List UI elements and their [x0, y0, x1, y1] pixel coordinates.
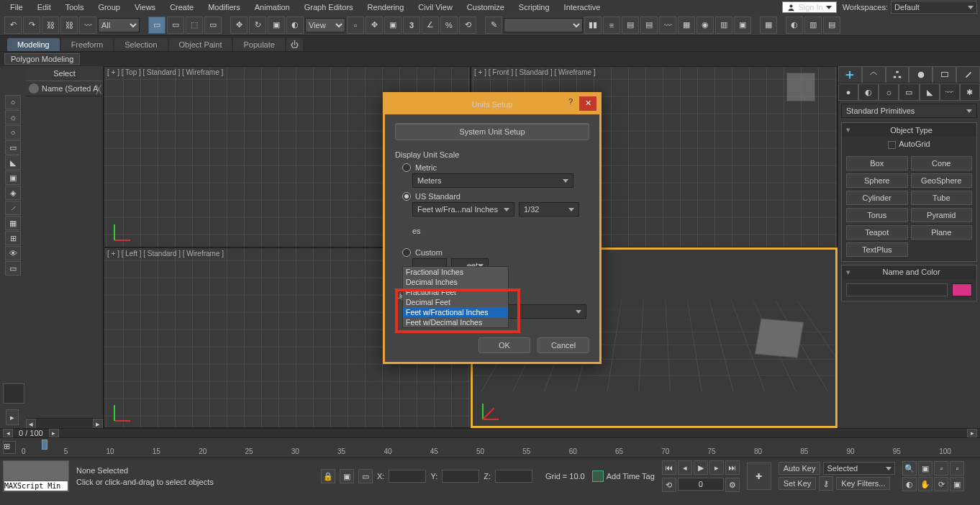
menu-scripting[interactable]: Scripting — [512, 1, 557, 13]
keyboard-shortcut-button[interactable]: ▣ — [384, 17, 401, 34]
ls-frozen-icon[interactable]: ▭ — [5, 261, 21, 276]
setkey-icon[interactable]: ⚷ — [819, 476, 833, 491]
rotate-button[interactable]: ↻ — [249, 17, 266, 34]
zoom-icon[interactable]: 🔍 — [902, 461, 917, 476]
ls-xref-icon[interactable]: ⊞ — [5, 231, 21, 245]
spacewarps-subtype-icon[interactable]: 〰 — [940, 83, 960, 101]
timeline-config-icon[interactable]: ⊞ — [3, 441, 16, 454]
display-tab[interactable] — [933, 66, 956, 83]
zoom-extents-icon[interactable]: ▫ — [934, 461, 948, 476]
timeline[interactable]: ⊞ 05101520253035404550556065707580859095… — [0, 438, 980, 458]
plane-button[interactable]: Plane — [911, 225, 973, 240]
x-input[interactable] — [389, 470, 426, 483]
ref-coord-dropdown[interactable]: View — [305, 18, 345, 32]
manipulate-button[interactable]: ✥ — [366, 17, 383, 34]
ls-sphere-icon[interactable]: ○ — [5, 95, 21, 109]
object-name-input[interactable] — [846, 283, 948, 296]
bind-button[interactable]: 〰 — [79, 17, 96, 34]
ribbon-tab-populate[interactable]: Populate — [233, 38, 284, 51]
menu-civilview[interactable]: Civil View — [411, 1, 459, 13]
scene-scroll-track[interactable] — [36, 419, 93, 428]
next-frame-icon[interactable]: ▸ — [709, 460, 724, 475]
material-editor-button[interactable]: ◉ — [697, 17, 714, 34]
maxscript-listener[interactable] — [3, 460, 69, 492]
ls-shape-icon[interactable]: ◈ — [5, 186, 21, 200]
hscroll-right-icon[interactable]: ▸ — [49, 429, 59, 437]
schematic-button[interactable]: ▦ — [678, 17, 695, 34]
menu-group[interactable]: Group — [91, 1, 127, 13]
isolate-icon[interactable]: ▣ — [340, 469, 354, 483]
render-setup-button[interactable]: ▥ — [715, 17, 732, 34]
utilities-tab[interactable] — [956, 66, 980, 83]
select-region-button[interactable]: ⬚ — [186, 17, 203, 34]
dialog-close-icon[interactable]: ✕ — [579, 96, 596, 111]
key-filter-dropdown[interactable]: Selected — [823, 462, 895, 475]
lock-selection-icon[interactable]: 🔒 — [321, 469, 335, 483]
named-sets-button[interactable]: ✎ — [485, 17, 502, 34]
scene-scroll-left-icon[interactable]: ◂ — [26, 419, 36, 429]
menu-tools[interactable]: Tools — [58, 1, 91, 13]
y-input[interactable] — [442, 470, 479, 483]
render-gallery-button[interactable]: ▥ — [804, 17, 822, 34]
ribbon-tab-freeform[interactable]: Freeform — [61, 38, 114, 51]
named-sets-dropdown[interactable] — [504, 18, 583, 32]
cylinder-button[interactable]: Cylinder — [846, 191, 908, 205]
menu-file[interactable]: File — [3, 1, 30, 13]
orbit-icon[interactable]: ⟳ — [934, 477, 948, 491]
current-frame-input[interactable]: 0 — [678, 478, 724, 491]
hscroll-rightend-icon[interactable]: ▸ — [967, 429, 977, 437]
lights-subtype-icon[interactable]: ☼ — [879, 83, 899, 101]
dialog-titlebar[interactable]: Units Setup ? ✕ — [385, 94, 599, 114]
autokey-button[interactable]: Auto Key — [779, 462, 821, 475]
scene-scroll-right-icon[interactable]: ▸ — [93, 419, 103, 429]
set-key-big-icon[interactable]: ✚ — [747, 463, 771, 490]
timetag-icon[interactable] — [592, 470, 604, 482]
textplus-button[interactable]: TextPlus — [846, 242, 908, 257]
geosphere-button[interactable]: GeoSphere — [911, 173, 973, 188]
link-button[interactable]: ⛓ — [42, 17, 59, 34]
viewport-left-label[interactable]: [ + ] [ Left ] [ Standard ] [ Wireframe … — [107, 250, 224, 258]
us-fraction-dropdown[interactable]: 1/32 — [519, 202, 579, 217]
render-button[interactable]: ▦ — [760, 17, 777, 34]
cameras-subtype-icon[interactable]: ▭ — [899, 83, 919, 101]
metric-radio[interactable] — [402, 163, 411, 172]
select-object-button[interactable]: ▭ — [148, 17, 165, 34]
ls-light-icon[interactable]: ☼ — [5, 110, 21, 124]
create-tab[interactable] — [838, 66, 862, 83]
prev-frame-icon[interactable]: ◂ — [678, 460, 692, 475]
ribbon-tab-toggle[interactable]: ⏻ — [286, 38, 303, 51]
scale-button[interactable]: ▣ — [268, 17, 285, 34]
percent-snap-button[interactable]: % — [440, 17, 458, 34]
workspaces-dropdown[interactable]: Default — [891, 1, 977, 14]
layers-button[interactable]: ▤ — [622, 17, 639, 34]
unlink-button[interactable]: ⛓ — [60, 17, 78, 34]
category-dropdown[interactable]: Standard Primitives — [841, 104, 977, 118]
play-icon[interactable]: ▶ — [694, 460, 708, 475]
timetag-label[interactable]: Add Time Tag — [607, 472, 655, 481]
scene-explorer-toggle-icon[interactable]: ╳ — [96, 85, 101, 94]
hierarchy-tab[interactable] — [886, 66, 909, 83]
cancel-button[interactable]: Cancel — [537, 337, 589, 353]
dropdown-option[interactable]: Decimal Feet — [403, 297, 508, 307]
undo-button[interactable]: ↶ — [4, 17, 22, 34]
render-online-button[interactable]: ◐ — [786, 17, 803, 34]
share-view-button[interactable]: ▤ — [823, 17, 840, 34]
ribbon-tab-objectpaint[interactable]: Object Paint — [169, 38, 232, 51]
cone-button[interactable]: Cone — [911, 156, 973, 170]
motion-tab[interactable] — [909, 66, 933, 83]
us-standard-radio[interactable] — [402, 192, 411, 201]
menu-edit[interactable]: Edit — [30, 1, 58, 13]
spinner-snap-button[interactable]: ⟲ — [459, 17, 476, 34]
expand-panel-icon[interactable]: ▸ — [6, 409, 19, 425]
snap-3-button[interactable]: 3 — [403, 17, 420, 34]
key-mode-icon[interactable]: ⟲ — [662, 478, 676, 492]
goto-end-icon[interactable]: ⏭ — [725, 460, 740, 475]
menu-create[interactable]: Create — [163, 1, 201, 13]
fov-icon[interactable]: ◐ — [902, 477, 917, 491]
menu-grapheditors[interactable]: Graph Editors — [297, 1, 360, 13]
dialog-help-icon[interactable]: ? — [563, 97, 578, 110]
pyramid-button[interactable]: Pyramid — [911, 208, 973, 222]
hscroll-left-icon[interactable]: ◂ — [3, 429, 13, 437]
box-button[interactable]: Box — [846, 156, 908, 170]
torus-button[interactable]: Torus — [846, 208, 908, 222]
